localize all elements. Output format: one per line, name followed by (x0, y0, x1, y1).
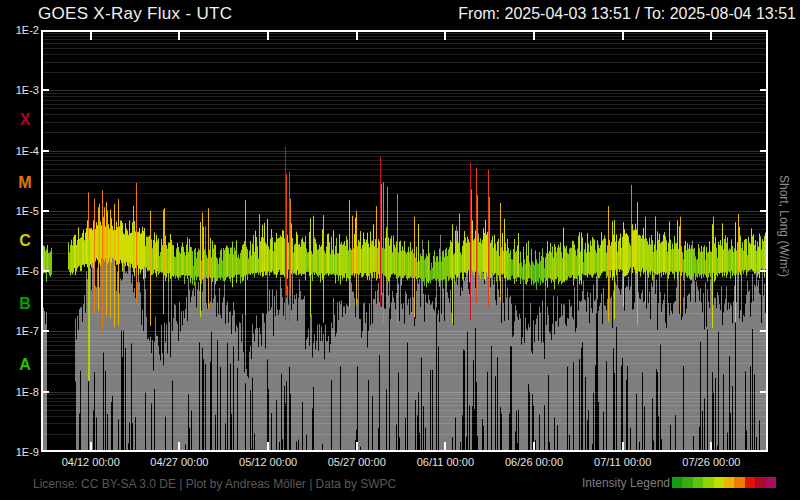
class-letter-m: M (10, 174, 40, 192)
class-letter-x: X (10, 111, 40, 129)
y-tick-label: 1E-5 (0, 205, 39, 217)
y-tick-label: 1E-2 (0, 24, 39, 36)
intensity-legend-label: Intensity Legend (582, 476, 670, 490)
intensity-legend-swatch (703, 477, 713, 488)
intensity-legend-swatch (755, 477, 765, 488)
intensity-legend-swatch (714, 477, 724, 488)
class-letter-a: A (10, 356, 40, 374)
intensity-legend-swatch (724, 477, 734, 488)
intensity-legend-swatch (672, 477, 682, 488)
y-tick-label: 1E-3 (0, 84, 39, 96)
x-tick-label: 07/11 00:00 (578, 456, 668, 468)
y-tick-label: 1E-6 (0, 265, 39, 277)
license-credit-text: License: CC BY-SA 3.0 DE | Plot by Andre… (33, 477, 396, 491)
y-tick-label: 1E-9 (0, 446, 39, 458)
x-tick-label: 05/12 00:00 (223, 456, 313, 468)
date-range-label: From: 2025-04-03 13:51 / To: 2025-08-04 … (458, 5, 796, 23)
intensity-legend-bar (672, 477, 776, 488)
intensity-legend-swatch (766, 477, 776, 488)
x-tick-label: 07/26 00:00 (666, 456, 756, 468)
x-tick-label: 04/12 00:00 (46, 456, 136, 468)
y-tick-label: 1E-4 (0, 145, 39, 157)
intensity-legend-swatch (745, 477, 755, 488)
x-tick-label: 06/11 00:00 (400, 456, 490, 468)
intensity-legend-swatch (693, 477, 703, 488)
x-tick-label: 04/27 00:00 (134, 456, 224, 468)
goes-xray-flux-chart: GOES X-Ray Flux - UTC From: 2025-04-03 1… (0, 0, 800, 500)
class-letter-c: C (10, 232, 40, 250)
y-tick-label: 1E-7 (0, 325, 39, 337)
right-axis-label: Short, Long (W/m²) (777, 175, 791, 277)
chart-title: GOES X-Ray Flux - UTC (38, 4, 232, 24)
y-tick-label: 1E-8 (0, 386, 39, 398)
intensity-legend-swatch (734, 477, 744, 488)
class-letter-b: B (10, 295, 40, 313)
intensity-legend-swatch (682, 477, 692, 488)
x-tick-label: 06/26 00:00 (489, 456, 579, 468)
x-tick-label: 05/27 00:00 (312, 456, 402, 468)
flux-plot-canvas (41, 30, 768, 452)
